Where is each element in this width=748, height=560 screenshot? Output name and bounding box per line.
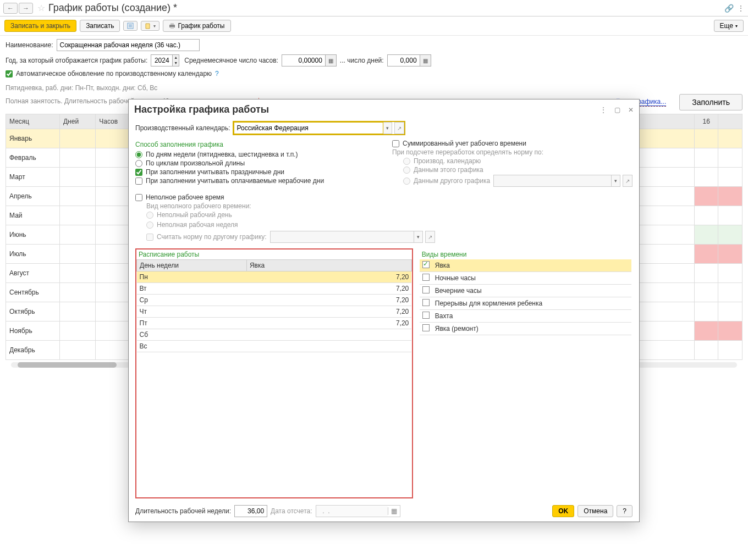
norm-calendar-radio: [403, 158, 410, 165]
year-spinner[interactable]: ▲▼: [151, 54, 181, 66]
toolbar-attachment-button[interactable]: ▾: [141, 21, 160, 31]
holidays-checkbox[interactable]: [135, 169, 142, 176]
schedule-row[interactable]: Вт7,20: [137, 283, 412, 295]
schedule-row[interactable]: Пн7,20: [137, 271, 412, 283]
name-input[interactable]: [57, 39, 200, 51]
time-kind-checkbox[interactable]: [422, 274, 430, 281]
dialog-close-icon[interactable]: ✕: [628, 106, 634, 114]
time-kind-row[interactable]: Ночные часы: [420, 272, 631, 285]
time-kind-row[interactable]: Вечерние часы: [420, 285, 631, 297]
schedule-row[interactable]: Пт7,20: [137, 318, 412, 329]
time-kind-checkbox[interactable]: [422, 324, 430, 331]
fill-button[interactable]: Заполнить: [679, 94, 743, 110]
time-kind-row[interactable]: Вахта: [420, 310, 631, 323]
toolbar-docview-button[interactable]: [123, 21, 138, 31]
calendar-icon: ▦: [388, 507, 400, 515]
week-length-input[interactable]: [234, 505, 267, 517]
schedule-row[interactable]: Ср7,20: [137, 295, 412, 306]
day-name: Пн: [137, 271, 247, 283]
schedule-row[interactable]: Чт7,20: [137, 306, 412, 318]
month-name: Ноябрь: [6, 321, 60, 341]
favorite-icon[interactable]: ☆: [37, 3, 45, 13]
day-schedule-table[interactable]: День недели Явка Пн7,20Вт7,20Ср7,20Чт7,2…: [136, 259, 412, 352]
avg-hours-input[interactable]: [282, 54, 326, 66]
year-down-button[interactable]: ▼: [173, 60, 179, 66]
time-kind-checkbox[interactable]: [422, 286, 430, 293]
days-input[interactable]: [387, 54, 420, 66]
time-kind-row[interactable]: Перерывы для кормления ребенка: [420, 297, 631, 310]
col-hours: Часов: [96, 114, 131, 129]
time-kind-checkbox[interactable]: [422, 299, 430, 306]
schedule-settings-dialog: Настройка графика работы ⋮ ▢ ✕ Производс…: [128, 99, 640, 522]
time-kind-row[interactable]: Явка: [420, 259, 631, 272]
day-hours[interactable]: 7,20: [246, 295, 411, 306]
year-up-button[interactable]: ▲: [173, 55, 179, 60]
auto-update-label: Автоматическое обновление по производств…: [16, 70, 212, 77]
calendar-input[interactable]: [234, 122, 383, 134]
schedule-summary-1: Пятидневка, раб. дни: Пн-Пт, выходн. дни…: [0, 84, 748, 92]
avg-hours-calc-button[interactable]: ▦: [326, 54, 337, 66]
name-label: Наименование:: [6, 41, 53, 49]
time-kind-checkbox[interactable]: [422, 312, 430, 319]
normother-input: [270, 231, 414, 243]
sumtime-checkbox[interactable]: [392, 140, 399, 147]
day-hours[interactable]: [246, 329, 411, 341]
time-kind-name: Явка (ремонт): [432, 323, 631, 335]
auto-update-checkbox[interactable]: [6, 70, 13, 77]
dialog-title: Настройка графика работы: [134, 104, 269, 115]
partday-radio: [146, 212, 153, 219]
month-name: Февраль: [6, 148, 60, 168]
save-button[interactable]: Записать: [80, 20, 120, 32]
day-hours[interactable]: 7,20: [246, 318, 411, 329]
month-name: Март: [6, 168, 60, 187]
save-close-button[interactable]: Записать и закрыть: [4, 20, 76, 32]
col-days: Дней: [59, 114, 95, 129]
fill-weekdays-radio[interactable]: [135, 151, 142, 158]
cancel-button[interactable]: Отмена: [578, 505, 613, 517]
day-name: Пт: [137, 318, 247, 329]
day-name: Вт: [137, 283, 247, 295]
schedule-row[interactable]: Вс: [137, 341, 412, 352]
month-name: Август: [6, 264, 60, 283]
calendar-dropdown-button[interactable]: ▾: [383, 122, 392, 134]
time-kinds-table[interactable]: ЯвкаНочные часыВечерние часыПерерывы для…: [420, 259, 631, 335]
fillmode-title: Способ заполнения графика: [135, 141, 376, 148]
time-kinds-title: Виды времени: [420, 249, 631, 259]
year-label: Год, за который отображается график рабо…: [6, 57, 147, 64]
print-schedule-button[interactable]: График работы: [163, 20, 230, 32]
month-name: Апрель: [6, 187, 60, 206]
help-icon[interactable]: ?: [215, 70, 219, 77]
nav-back-button[interactable]: ←: [3, 3, 18, 14]
startdate-input: [316, 506, 388, 516]
ok-button[interactable]: OK: [552, 505, 574, 517]
calendar-open-button[interactable]: ↗: [394, 122, 404, 134]
month-name: Июль: [6, 245, 60, 264]
parttime-checkbox[interactable]: [135, 194, 142, 201]
normother-open: ↗: [425, 231, 435, 243]
kebab-icon[interactable]: ⋮: [737, 4, 745, 13]
dialog-kebab-icon[interactable]: ⋮: [600, 106, 607, 114]
more-button[interactable]: Еще ▾: [714, 20, 744, 32]
nav-forward-button[interactable]: →: [19, 3, 33, 14]
time-kind-row[interactable]: Явка (ремонт): [420, 323, 631, 335]
day-hours[interactable]: 7,20: [246, 306, 411, 318]
time-kind-checkbox[interactable]: [422, 261, 430, 268]
help-button[interactable]: ?: [617, 505, 632, 517]
month-name: Январь: [6, 129, 60, 148]
day-hours[interactable]: 7,20: [246, 283, 411, 295]
startdate-label: Дата отсчета:: [271, 507, 312, 515]
dialog-maximize-icon[interactable]: ▢: [614, 106, 620, 114]
month-name: Июнь: [6, 225, 60, 245]
schedule-row[interactable]: Сб: [137, 329, 412, 341]
schedule-table-title: Расписание работы: [136, 249, 412, 259]
day-hours[interactable]: 7,20: [246, 271, 411, 283]
norm-other-radio: [403, 178, 410, 185]
fill-cycles-radio[interactable]: [135, 160, 142, 167]
day-hours[interactable]: [246, 341, 411, 352]
link-icon[interactable]: 🔗: [724, 4, 734, 13]
partweek-radio: [146, 221, 153, 229]
days-label: ... число дней:: [340, 57, 384, 64]
month-name: Сентябрь: [6, 283, 60, 302]
days-calc-button[interactable]: ▦: [420, 54, 431, 66]
paid-nonwork-checkbox[interactable]: [135, 178, 142, 185]
